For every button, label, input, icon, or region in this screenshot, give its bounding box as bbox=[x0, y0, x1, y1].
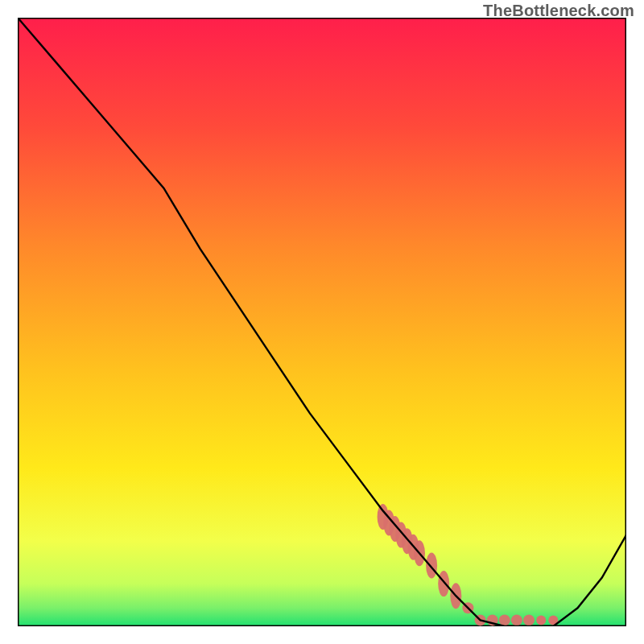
svg-point-14 bbox=[511, 614, 522, 625]
chart-container: TheBottleneck.com bbox=[0, 0, 644, 644]
svg-point-13 bbox=[499, 614, 510, 625]
svg-point-7 bbox=[426, 552, 437, 578]
svg-point-8 bbox=[438, 571, 449, 597]
watermark-text: TheBottleneck.com bbox=[483, 2, 634, 20]
chart-background bbox=[18, 18, 626, 626]
chart-svg bbox=[18, 18, 626, 626]
plot-area bbox=[18, 18, 626, 626]
svg-point-16 bbox=[536, 615, 546, 625]
svg-point-15 bbox=[523, 614, 535, 625]
